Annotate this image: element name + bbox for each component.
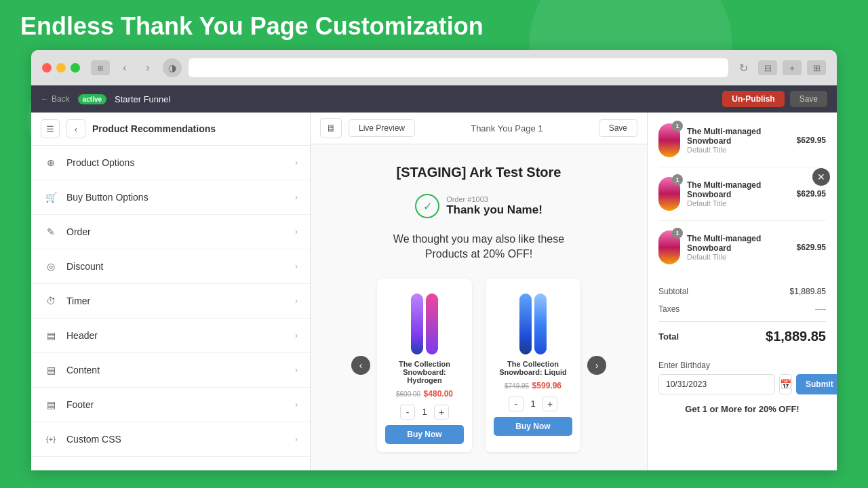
taxes-row: Taxes — [658, 300, 826, 319]
carousel-next-btn[interactable]: › [587, 356, 606, 375]
chevron-icon: › [295, 227, 298, 237]
qty-value-2: 1 [528, 399, 538, 409]
chevron-icon: › [295, 296, 298, 306]
close-panel-btn[interactable]: ✕ [812, 168, 830, 186]
sidebar-label-header: Header [66, 330, 287, 341]
preview-toolbar: 🖥 Live Preview Thank You Page 1 Save [311, 113, 647, 144]
order-item-badge-1: 1 [672, 121, 683, 131]
minimize-traffic-light[interactable] [56, 63, 66, 73]
calendar-btn[interactable]: 📅 [779, 374, 792, 394]
back-button[interactable]: ← Back [41, 94, 70, 104]
product-new-price-2: $599.96 [532, 381, 561, 390]
sidebar-item-timer[interactable]: ⏱ Timer › [31, 284, 310, 319]
order-thanks: Thank you Name! [446, 203, 542, 217]
sidebar-item-footer[interactable]: ▤ Footer › [31, 388, 310, 422]
order-totals: Subtotal $1,889.85 Taxes — Total $1,889.… [658, 283, 826, 351]
order-item-name-2: The Multi-managed Snowboard [687, 180, 790, 199]
order-item-name-1: The Multi-managed Snowboard [687, 127, 790, 146]
left-panel: ☰ ‹ Product Recommendations ⊕ Product Op… [31, 113, 311, 470]
total-label: Total [658, 331, 679, 342]
sidebar-item-product-options[interactable]: ⊕ Product Options › [31, 146, 310, 180]
sidebar-item-buy-button-options[interactable]: 🛒 Buy Button Options › [31, 180, 310, 215]
main-content: ☰ ‹ Product Recommendations ⊕ Product Op… [31, 113, 837, 470]
preview-save-btn[interactable]: Save [599, 119, 637, 137]
active-badge: active [78, 94, 106, 104]
order-item-2: 1 The Multi-managed Snowboard Default Ti… [658, 177, 826, 221]
appbar-save-button[interactable]: Save [790, 91, 827, 107]
buy-button-icon: 🛒 [43, 190, 58, 205]
total-value: $1,889.85 [766, 329, 826, 344]
sidebar-item-order[interactable]: ✎ Order › [31, 215, 310, 249]
order-item-badge-3: 1 [672, 228, 683, 239]
product-img-2 [499, 287, 567, 354]
subtotal-row: Subtotal $1,889.85 [658, 283, 826, 300]
panel-header: ☰ ‹ Product Recommendations [31, 113, 310, 146]
sidebar-label-footer: Footer [66, 399, 287, 410]
content-icon: ▤ [43, 363, 58, 378]
carousel-prev-btn[interactable]: ‹ [351, 356, 370, 375]
grid-btn[interactable]: ⊞ [807, 60, 826, 75]
grand-total-row: Total $1,889.85 [658, 321, 826, 351]
order-item-img-1: 1 [658, 123, 680, 157]
app-bar-actions: Un-Publish Save [722, 91, 827, 107]
order-item-img-3: 1 [658, 230, 680, 264]
forward-nav-btn[interactable]: › [140, 60, 156, 76]
order-confirmation: ✓ Order #1003 Thank you Name! [338, 194, 620, 218]
birthday-section: Enter Birthday 📅 Submit [658, 361, 826, 394]
sidebar-item-custom-css[interactable]: {+} Custom CSS › [31, 422, 310, 457]
funnel-name: Starter Funnel [115, 94, 170, 104]
live-preview-btn[interactable]: Live Preview [349, 119, 415, 137]
address-bar[interactable] [189, 58, 728, 77]
back-nav-btn[interactable]: ‹ [117, 60, 133, 76]
order-item-variant-1: Default Title [687, 146, 790, 154]
panel-back-btn[interactable]: ‹ [66, 119, 85, 138]
window-btn[interactable]: ⊞ [91, 60, 110, 75]
maximize-traffic-light[interactable] [71, 63, 80, 73]
discount-banner: Get 1 or More for 20% OFF! [658, 404, 826, 414]
qty-decrease-2[interactable]: - [509, 396, 524, 411]
product-card-1: The Collection Snowboard: Hydrogen $600.… [377, 279, 472, 452]
product-cards: The Collection Snowboard: Hydrogen $600.… [377, 279, 580, 452]
preview-page-title: Thank You Page 1 [422, 123, 592, 134]
device-toggle-btn[interactable]: 🖥 [320, 118, 342, 138]
reload-btn[interactable]: ↻ [735, 60, 751, 76]
discount-icon: ◎ [43, 259, 58, 274]
product-carousel: ‹ The Collection Snowboard: Hydrogen [338, 279, 620, 452]
buy-now-btn-1[interactable]: Buy Now [385, 425, 464, 444]
store-name: [STAGING] Ark Test Store [338, 165, 620, 180]
subtotal-value: $1,889.85 [790, 287, 826, 296]
timer-icon: ⏱ [43, 293, 58, 308]
close-traffic-light[interactable] [42, 63, 52, 73]
buy-now-btn-2[interactable]: Buy Now [494, 417, 572, 436]
product-name-1: The Collection Snowboard: Hydrogen [385, 360, 464, 384]
birthday-input-row: 📅 Submit [658, 374, 826, 394]
sidebar-item-content[interactable]: ▤ Content › [31, 353, 310, 388]
unpublish-button[interactable]: Un-Publish [722, 91, 784, 107]
preview-content: [STAGING] Ark Test Store ✓ Order #1003 T… [311, 144, 647, 470]
chevron-icon: › [295, 400, 298, 409]
tab-btn[interactable]: ⊟ [758, 60, 777, 75]
qty-decrease-1[interactable]: - [400, 405, 415, 420]
product-old-price-2: $749.95 [505, 382, 529, 390]
back-arrow-icon: ← [41, 94, 49, 104]
chevron-icon: › [295, 331, 298, 340]
toolbar-actions: ⊟ + ⊞ [758, 60, 826, 75]
birthday-input[interactable] [658, 374, 775, 394]
order-item-3: 1 The Multi-managed Snowboard Default Ti… [658, 230, 826, 274]
check-circle-icon: ✓ [415, 194, 439, 218]
qty-increase-2[interactable]: + [542, 396, 557, 411]
sidebar-item-discount[interactable]: ◎ Discount › [31, 249, 310, 284]
order-item-name-3: The Multi-managed Snowboard [687, 234, 790, 253]
order-item-info-2: The Multi-managed Snowboard Default Titl… [687, 180, 790, 207]
qty-row-1: - 1 + [385, 405, 464, 420]
panel-collapse-btn[interactable]: ☰ [41, 119, 60, 138]
qty-increase-1[interactable]: + [434, 405, 449, 420]
browser-window: ⊞ ‹ › ◑ ↻ ⊟ + ⊞ ← Back active Starter Fu… [31, 50, 837, 470]
product-price-row-2: $749.95 $599.96 [494, 379, 572, 391]
sidebar-label-content: Content [66, 365, 287, 375]
new-tab-btn[interactable]: + [783, 60, 802, 75]
sidebar-item-header[interactable]: ▤ Header › [31, 319, 310, 353]
theme-toggle-btn[interactable]: ◑ [163, 58, 182, 77]
submit-btn[interactable]: Submit [796, 374, 837, 394]
sidebar-label-timer: Timer [66, 296, 287, 306]
